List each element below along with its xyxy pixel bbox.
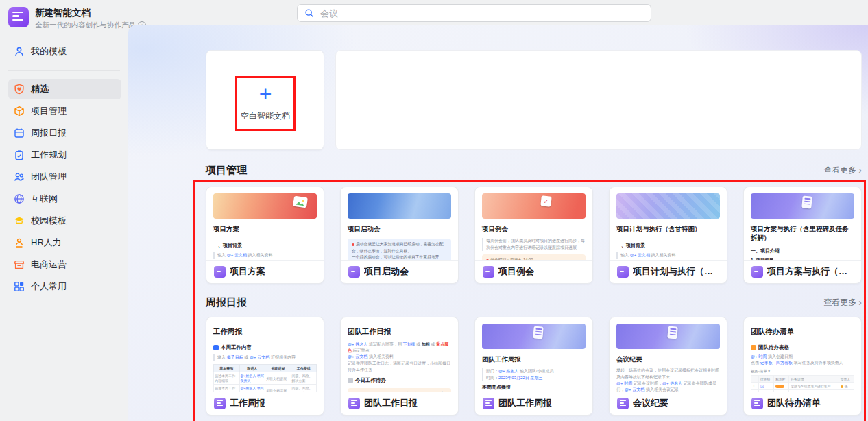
sidebar-item-featured-badge[interactable]: 精选 — [8, 79, 121, 99]
blank-card-label: 空白智能文档 — [241, 110, 290, 122]
preview-quote: 输入 @+ 云文档 插入相关资料 — [213, 252, 317, 259]
sidebar-item-graduation[interactable]: 校园模板 — [8, 210, 121, 231]
template-name: 项目例会 — [498, 265, 534, 278]
template-card[interactable]: 团队工作周报部门：@+ 姓名人 输入团队/小组成员时间：2023年03月22日 … — [474, 317, 593, 416]
section-title: 项目管理 — [206, 164, 247, 177]
template-card-footer: 项目计划与执行（含甘特图） — [610, 260, 727, 283]
see-more-link[interactable]: 查看更多 › — [823, 297, 862, 309]
smart-doc-icon — [483, 398, 494, 409]
tag-pill — [775, 385, 784, 388]
graduation-icon — [14, 215, 25, 226]
sidebar-item-label: 个人常用 — [31, 280, 67, 293]
template-preview-title: 项目计划与执行（含甘特图） — [616, 224, 720, 233]
preview-table: 基本事项跟进人关联进展工作安排描述本周工作内容细项@+姓名人 填写负责人关联文档… — [213, 364, 317, 392]
app-logo-icon — [8, 7, 29, 27]
preview-text: @+ 时间 插入创建日期点击 记事板 - 四方看板 填写任务及待办事项负责人 — [751, 354, 854, 367]
promo-banner[interactable] — [335, 50, 862, 150]
template-thumbnail — [616, 193, 720, 219]
document-icon — [667, 326, 678, 339]
checkbox-icon[interactable]: ☑ — [760, 385, 764, 389]
template-card-footer: 会议纪要 — [610, 392, 727, 415]
app-subtitle: 全新一代的内容创作与协作产品 — [35, 21, 136, 30]
template-preview: 工作周报本周工作内容输入 每子目标 或 @+ 云文档 汇报相关内容基本事项跟进人… — [206, 317, 324, 392]
blank-document-card[interactable]: + 空白智能文档 — [206, 50, 324, 150]
template-card[interactable]: 会议纪要发起一场高效的会议，使用会议记录模板把会议相关时间及内容等按以下结构记录… — [609, 317, 727, 416]
todo-view-label: 视图-清单 ▾ — [751, 369, 854, 374]
topbar — [128, 0, 868, 25]
template-preview-title: 项目方案 — [213, 224, 317, 233]
sidebar-item-globe[interactable]: 互联网 — [8, 189, 121, 209]
template-preview: 项目计划与执行（含甘特图）一、项目背景输入 @+ 云文档 插入相关资料 — [610, 187, 727, 260]
template-card[interactable]: 项目方案与执行（含里程碑及任务拆解）一、项目介绍1. 项目背景项目方案与执行（含… — [743, 187, 862, 284]
globe-icon — [14, 193, 25, 204]
template-preview: 项目启动会启动会就是让大家知道项目已经启动，需要怎么配合，做什么事情，达到什么目… — [341, 187, 458, 260]
sidebar-item-grid[interactable]: 个人常用 — [8, 276, 121, 297]
section-header: 周报日报查看更多 › — [206, 294, 862, 311]
sidebar-item-team[interactable]: 团队管理 — [8, 167, 121, 187]
template-thumbnail — [751, 193, 854, 219]
sidebar-item-label: 周报日报 — [31, 127, 67, 139]
template-card[interactable]: 项目计划与执行（含甘特图）一、项目背景输入 @+ 云文档 插入相关资料项目计划与… — [609, 187, 727, 284]
clipboard-icon — [14, 149, 25, 160]
preview-quote: 每周例会前，团队成员及时对项目的进度进行同步，每次例会对重点内容进行详细记录以便… — [482, 238, 586, 251]
sidebar-item-label: 校园模板 — [31, 215, 67, 227]
template-preview-title: 项目方案与执行（含里程碑及任务拆解） — [751, 224, 854, 243]
template-name: 会议纪要 — [633, 397, 668, 409]
todo-table: 优先级标签栏任务详情负责人1☑定期与30位老客户进行客户回访调研，以提升客户满意… — [751, 375, 854, 392]
section-title: 周报日报 — [206, 296, 247, 309]
sidebar-divider — [8, 70, 120, 71]
smart-doc-icon — [617, 398, 629, 409]
template-card[interactable]: 项目启动会启动会就是让大家知道项目已经启动，需要怎么配合，做什么事情，达到什么目… — [340, 187, 459, 284]
template-card-footer: 团队工作周报 — [475, 392, 592, 415]
search-input[interactable] — [319, 8, 644, 19]
sidebar-item-cube[interactable]: 项目管理 — [8, 101, 121, 121]
hr-person-icon — [14, 237, 25, 248]
template-name: 工作周报 — [230, 397, 265, 409]
template-card[interactable]: 工作周报本周工作内容输入 每子目标 或 @+ 云文档 汇报相关内容基本事项跟进人… — [206, 317, 324, 416]
preview-section-heading: 本周工作内容 — [213, 344, 317, 351]
template-thumbnail — [213, 193, 317, 219]
sidebar-item-label: 互联网 — [31, 193, 58, 205]
sidebar-item-shop[interactable]: 电商运营 — [8, 254, 121, 275]
template-name: 团队工作周报 — [498, 397, 552, 409]
search-box[interactable] — [297, 4, 651, 22]
template-card[interactable]: 项目方案一、项目背景输入 @+ 云文档 插入相关资料项目方案 — [206, 187, 324, 284]
sidebar-item-calendar[interactable]: 周报日报 — [8, 123, 121, 143]
chevron-right-icon: › — [858, 165, 862, 175]
preview-quote: 输入 每子目标 或 @+ 云文档 汇报相关内容 — [213, 354, 317, 361]
template-preview: 团队工作日报@+ 姓名人 填写配合同事，用 下划线 或 加粗 或 重点颜色 标记… — [341, 317, 458, 392]
template-preview-title: 团队待办清单 — [751, 326, 854, 337]
preview-heading: 本周亮点播报 — [482, 384, 586, 391]
sidebar-item-clipboard[interactable]: 工作规划 — [8, 145, 121, 165]
preview-quote: 输入 @+ 云文档 插入相关资料 — [616, 252, 720, 259]
heading-icon — [348, 378, 353, 383]
template-thumbnail — [482, 324, 586, 349]
template-name: 团队工作日报 — [364, 397, 418, 409]
template-card[interactable]: 团队工作日报@+ 姓名人 填写配合同事，用 下划线 或 加粗 或 重点颜色 标记… — [340, 317, 459, 416]
template-card-footer: 项目启动会 — [341, 260, 458, 283]
see-more-link[interactable]: 查看更多 › — [823, 165, 862, 176]
template-preview: 项目方案一、项目背景输入 @+ 云文档 插入相关资料 — [206, 187, 324, 260]
template-thumbnail: ✓ — [482, 193, 586, 219]
calendar-icon — [14, 128, 25, 139]
template-name: 团队待办清单 — [767, 397, 821, 409]
template-card[interactable]: ✓项目例会每周例会前，团队成员及时对项目的进度进行同步，每次例会对重点内容进行详… — [474, 187, 593, 284]
featured-badge-icon — [14, 84, 25, 95]
sidebar-item-user[interactable]: 我的模板 — [8, 41, 121, 62]
template-card[interactable]: 团队待办清单团队待办表格@+ 时间 插入创建日期点击 记事板 - 四方看板 填写… — [743, 317, 862, 416]
sidebar-item-label: 项目管理 — [31, 105, 67, 117]
template-thumbnail — [616, 324, 720, 349]
sidebar-top-nav: 我的模板 — [8, 41, 121, 62]
sidebar-item-hr-person[interactable]: HR人力 — [8, 232, 121, 253]
pin-icon — [352, 243, 354, 246]
preview-section-heading: 今日工作待办 — [348, 377, 451, 384]
template-preview-title: 项目启动会 — [348, 224, 451, 233]
smart-doc-icon — [751, 398, 763, 409]
sidebar: 新建智能文档 全新一代的内容创作与协作产品 i 我的模板 精选项目管理周报日报工… — [0, 0, 128, 421]
template-card-footer: 项目方案与执行（含里程碑及任务拆解） — [744, 260, 861, 283]
main-content: + 空白智能文档 项目管理查看更多 ›项目方案一、项目背景输入 @+ 云文档 插… — [128, 25, 868, 421]
search-icon — [304, 8, 314, 18]
template-preview-title: 团队工作日报 — [348, 326, 451, 337]
template-preview-title: 团队工作周报 — [482, 354, 586, 363]
template-card-footer: 团队待办清单 — [744, 392, 861, 415]
